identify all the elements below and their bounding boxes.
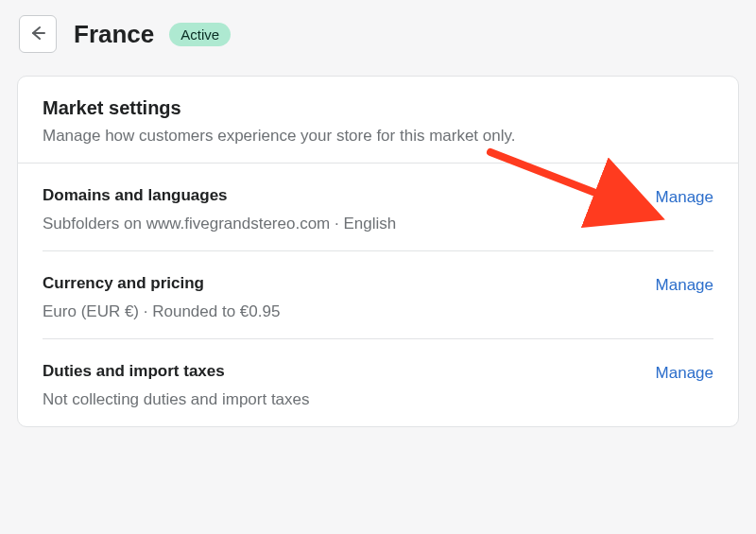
section-duties-taxes: Duties and import taxes Not collecting d… — [18, 339, 738, 426]
section-subtitle: Euro (EUR €) · Rounded to €0.95 — [43, 302, 637, 321]
status-badge: Active — [169, 23, 231, 46]
market-settings-card: Market settings Manage how customers exp… — [17, 76, 739, 427]
manage-link-duties[interactable]: Manage — [656, 364, 713, 383]
market-settings-page: France Active Market settings Manage how… — [0, 0, 756, 442]
page-title: France — [74, 20, 154, 49]
section-currency-pricing: Currency and pricing Euro (EUR €) · Roun… — [18, 251, 738, 338]
page-header: France Active — [17, 15, 739, 53]
section-title: Domains and languages — [43, 186, 637, 205]
section-domains-languages: Domains and languages Subfolders on www.… — [18, 164, 738, 250]
card-header: Market settings Manage how customers exp… — [18, 77, 738, 164]
section-content: Domains and languages Subfolders on www.… — [43, 186, 637, 233]
arrow-left-icon — [28, 24, 47, 45]
section-content: Duties and import taxes Not collecting d… — [43, 362, 637, 409]
section-title: Currency and pricing — [43, 274, 637, 293]
manage-link-currency[interactable]: Manage — [656, 276, 713, 295]
section-subtitle: Not collecting duties and import taxes — [43, 390, 637, 409]
back-button[interactable] — [19, 15, 57, 53]
manage-link-domains[interactable]: Manage — [656, 188, 713, 207]
section-content: Currency and pricing Euro (EUR €) · Roun… — [43, 274, 637, 321]
card-title: Market settings — [43, 97, 713, 119]
section-title: Duties and import taxes — [43, 362, 637, 381]
card-description: Manage how customers experience your sto… — [43, 127, 713, 146]
section-subtitle: Subfolders on www.fivegrandstereo.com · … — [43, 215, 637, 233]
